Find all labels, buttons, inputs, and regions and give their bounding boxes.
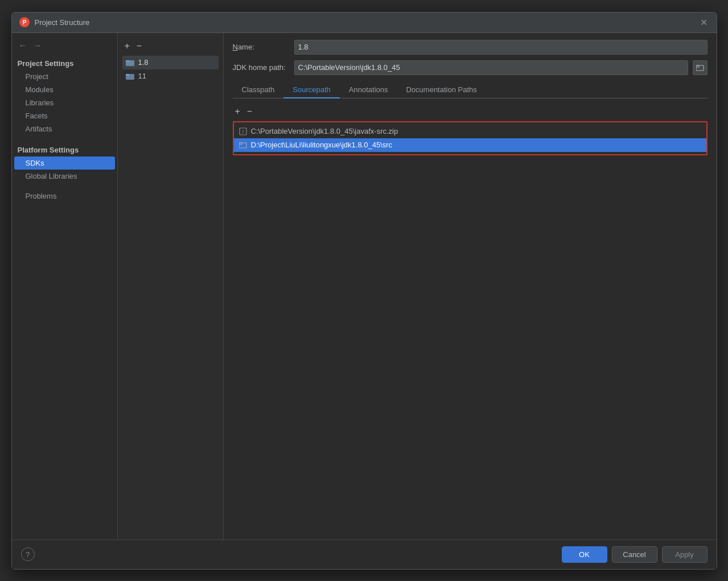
center-panel: + − 1.8: [118, 33, 224, 539]
jdk-path-label: JDK home path:: [233, 63, 290, 72]
center-toolbar: + −: [122, 38, 219, 56]
svg-text:Z: Z: [241, 130, 244, 134]
nav-arrows: ← →: [12, 38, 117, 56]
svg-rect-12: [239, 143, 246, 148]
tabs-row: Classpath Sourcepath Annotations Documen…: [233, 82, 708, 98]
tab-classpath[interactable]: Classpath: [233, 82, 284, 98]
sdk-item-11[interactable]: 11: [122, 69, 219, 83]
sidebar-item-artifacts[interactable]: Artifacts: [12, 122, 117, 135]
sidebar-item-modules[interactable]: Modules: [12, 83, 117, 96]
remove-path-button[interactable]: −: [245, 105, 254, 118]
sidebar-item-global-libraries[interactable]: Global Libraries: [12, 170, 117, 183]
svg-rect-4: [126, 61, 129, 63]
apply-button[interactable]: Apply: [662, 546, 708, 563]
close-button[interactable]: ✕: [698, 17, 710, 28]
path-item-javafx[interactable]: Z C:\PortableVersion\jdk1.8.0_45\javafx-…: [234, 125, 706, 138]
folder-icon: [238, 141, 248, 150]
sidebar-item-facets[interactable]: Facets: [12, 109, 117, 122]
right-panel: Name: JDK home path: Classpath Sourcepa: [224, 33, 717, 539]
forward-arrow[interactable]: →: [31, 40, 44, 51]
svg-rect-7: [126, 75, 129, 76]
sidebar-item-libraries[interactable]: Libraries: [12, 96, 117, 109]
tab-content: + − Z C:\PortableVersion\jdk1.8.0_45\jav…: [233, 103, 708, 533]
sidebar-spacer2: [12, 183, 117, 189]
tab-annotations[interactable]: Annotations: [340, 82, 397, 98]
sdk-1-8-label: 1.8: [138, 58, 149, 67]
jdk-path-input[interactable]: [294, 60, 688, 75]
cancel-button[interactable]: Cancel: [612, 546, 657, 563]
sidebar: ← → Project Settings Project Modules Lib…: [12, 33, 118, 539]
name-input[interactable]: [294, 40, 708, 55]
action-buttons: OK Cancel Apply: [562, 546, 708, 563]
svg-rect-9: [696, 65, 699, 67]
path-item-src[interactable]: D:\Project\LiuLi\liulitongxue\jdk1.8.0_4…: [234, 138, 706, 152]
svg-rect-13: [239, 143, 242, 145]
platform-settings-label: Platform Settings: [12, 142, 117, 156]
ok-button[interactable]: OK: [562, 546, 607, 563]
sdk-item-1-8[interactable]: 1.8: [122, 56, 219, 69]
browse-button[interactable]: [693, 60, 708, 75]
tab-sourcepath[interactable]: Sourcepath: [283, 82, 340, 98]
sidebar-spacer: [12, 135, 117, 142]
back-arrow[interactable]: ←: [17, 40, 29, 51]
paths-box: Z C:\PortableVersion\jdk1.8.0_45\javafx-…: [233, 121, 708, 155]
bottom-bar: ? OK Cancel Apply: [12, 539, 717, 569]
sdk-folder-icon: [126, 58, 135, 67]
app-icon: P: [19, 17, 30, 28]
add-path-button[interactable]: +: [233, 105, 242, 118]
sidebar-item-problems[interactable]: Problems: [12, 189, 117, 203]
project-structure-dialog: P Project Structure ✕ ← → Project Settin…: [11, 12, 717, 570]
project-settings-label: Project Settings: [12, 56, 117, 70]
title-bar: P Project Structure ✕: [12, 13, 717, 33]
zip-icon: Z: [238, 127, 248, 136]
name-label: Name:: [233, 43, 290, 51]
name-row: Name:: [233, 40, 708, 55]
help-button[interactable]: ?: [21, 547, 35, 561]
path-javafx-label: C:\PortableVersion\jdk1.8.0_45\javafx-sr…: [251, 127, 398, 135]
svg-rect-8: [696, 65, 704, 71]
tab-toolbar: + −: [233, 103, 708, 121]
add-sdk-button[interactable]: +: [122, 40, 132, 52]
svg-text:P: P: [22, 19, 26, 26]
main-content: ← → Project Settings Project Modules Lib…: [12, 33, 717, 539]
sidebar-item-project[interactable]: Project: [12, 70, 117, 83]
sdk-folder-icon-11: [126, 72, 135, 81]
title-left: P Project Structure: [19, 17, 90, 28]
jdk-path-row: JDK home path:: [233, 60, 708, 75]
tab-documentation-paths[interactable]: Documentation Paths: [397, 82, 486, 98]
remove-sdk-button[interactable]: −: [134, 40, 144, 52]
path-src-label: D:\Project\LiuLi\liulitongxue\jdk1.8.0_4…: [251, 141, 393, 149]
sidebar-item-sdks[interactable]: SDKs: [14, 156, 115, 170]
sdk-11-label: 11: [138, 72, 146, 80]
dialog-title: Project Structure: [35, 18, 90, 27]
